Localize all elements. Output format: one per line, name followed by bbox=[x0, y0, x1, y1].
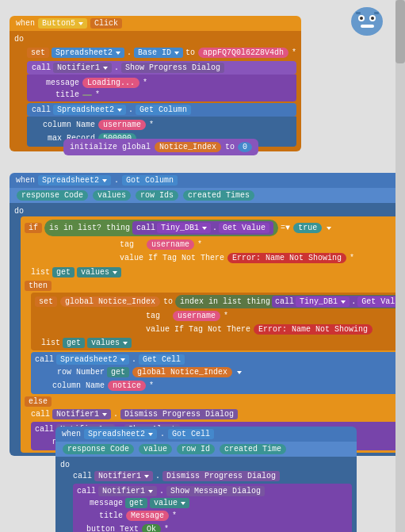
tiny-db1-ref1[interactable]: Tiny_DB1 bbox=[157, 223, 211, 233]
star-kw: * bbox=[292, 48, 296, 57]
spreadsheet2-ref2[interactable]: Spreadsheet2 bbox=[53, 105, 126, 115]
global-notice-ref: global Notice_Index bbox=[60, 297, 160, 307]
col-name-label: column Name bbox=[32, 121, 95, 129]
username-tag2: username bbox=[173, 311, 220, 321]
got-cell-event[interactable]: Got Cell bbox=[168, 429, 214, 439]
when-g3: when bbox=[16, 176, 35, 185]
val-if-tag-label1: value If Tag Not There bbox=[120, 254, 224, 262]
group-got-cell: when Spreadsheet2 . Got Cell response Co… bbox=[55, 427, 357, 532]
is-in-list-expr: is in list? thing call Tiny_DB1 . Get Va… bbox=[44, 220, 278, 236]
if-block: if is in list? thing call Tiny_DB1 . bbox=[21, 216, 405, 453]
star4: * bbox=[149, 121, 154, 129]
notifier2-g4[interactable]: Notifier1 bbox=[98, 486, 157, 496]
base-id-prop[interactable]: Base ID bbox=[134, 48, 183, 58]
values-ref1[interactable]: values bbox=[77, 267, 121, 277]
tag2-label: tag bbox=[146, 312, 170, 320]
init-label: initialize global bbox=[70, 143, 151, 151]
btn-text-label: button Text bbox=[83, 525, 139, 532]
zero-value: 0 bbox=[238, 142, 252, 152]
notifier1-ref1[interactable]: Notifier1 bbox=[53, 63, 112, 73]
set-kw: set bbox=[27, 48, 49, 58]
notifier1-dismiss[interactable]: Notifier1 bbox=[52, 409, 111, 419]
group-init-global: initialize global Notice_Index to 0 bbox=[63, 139, 258, 155]
show-message-params: message get value title Message * bbox=[83, 497, 348, 532]
spreadsheet2-ref1[interactable]: Spreadsheet2 bbox=[52, 48, 124, 58]
title-label1: title bbox=[32, 90, 79, 99]
msg-val-ref[interactable]: value bbox=[150, 498, 189, 508]
values2-ref[interactable]: values bbox=[87, 338, 132, 348]
created-time-g4: created Time bbox=[220, 444, 286, 454]
tag-label1: tag bbox=[120, 240, 143, 249]
dismiss-method1[interactable]: Dismiss Progress Dialog bbox=[120, 409, 238, 419]
loading-value: Loading... bbox=[82, 78, 139, 88]
call-tiny-db-val1: call Tiny_DB1 . Get Value bbox=[132, 221, 273, 235]
got-column-event[interactable]: Got Column bbox=[122, 175, 178, 186]
notifier1-g4-1[interactable]: Notifier1 bbox=[94, 471, 153, 481]
set-kw2: set bbox=[35, 297, 57, 307]
eq-kw: =▼ bbox=[281, 224, 290, 232]
do-g3: do bbox=[14, 207, 24, 216]
scrollbar-thumb[interactable] bbox=[395, 0, 405, 63]
hat-got-column: when Spreadsheet2 . Got Column bbox=[10, 173, 405, 188]
spreadsheet2-g4[interactable]: Spreadsheet2 bbox=[84, 429, 157, 439]
scrollbar[interactable] bbox=[395, 0, 405, 532]
call-kw2: call bbox=[32, 105, 51, 114]
dismiss-method-g4[interactable]: Dismiss Progress Dialog bbox=[162, 471, 280, 481]
get-cell-params: row Number get global Notice_Index colum… bbox=[41, 366, 405, 392]
resp-code-g4: response Code bbox=[63, 444, 134, 454]
row-number-label: row Number bbox=[41, 368, 105, 377]
dot-g3: . bbox=[114, 176, 119, 185]
got-column-params: response Code values row Ids created Tim… bbox=[10, 188, 405, 203]
username-value1: username bbox=[98, 120, 146, 130]
true-arrow[interactable] bbox=[327, 227, 331, 230]
set-spreadsheet-baseid: set Spreadsheet2 . Base ID to appFQ7Q0l6… bbox=[27, 46, 296, 59]
get-value-method1[interactable]: Get Value bbox=[219, 223, 269, 233]
get-column-method[interactable]: Get Column bbox=[136, 105, 191, 115]
star2: * bbox=[143, 78, 147, 87]
resp-code-param: response Code bbox=[17, 190, 88, 201]
do-label-g1: do bbox=[14, 35, 24, 44]
to-kw1: to bbox=[185, 48, 195, 57]
tiny-db2-ref[interactable]: Tiny_DB1 bbox=[296, 297, 350, 307]
true-val: true bbox=[293, 223, 322, 233]
group-button5-click: when Button5 Click do set Spreadsheet2 . bbox=[10, 16, 301, 151]
init-to: to bbox=[225, 143, 235, 151]
got-cell-params: response Code value row Id created Time bbox=[55, 442, 357, 457]
call-kw-g4-1: call bbox=[73, 472, 92, 480]
when-label: when bbox=[16, 19, 35, 28]
show-progress-method[interactable]: Show Progress Dialog bbox=[121, 63, 224, 73]
call-kw4: call bbox=[275, 297, 294, 306]
username-tag1: username bbox=[147, 239, 194, 250]
get2-kw: get bbox=[63, 338, 85, 348]
title-val-g4: Message bbox=[126, 511, 169, 521]
group-got-column: when Spreadsheet2 . Got Column response … bbox=[10, 173, 405, 456]
got-cell-body: do call Notifier1 . Dismiss Progress Dia… bbox=[55, 457, 357, 532]
dot-label: . bbox=[127, 48, 132, 57]
list-get-values2: list get values bbox=[41, 337, 405, 349]
global-notice-get[interactable]: get bbox=[107, 367, 129, 377]
show-message-block: call Notifier1 . Show Message Dialog mes… bbox=[73, 484, 352, 532]
do-g4: do bbox=[60, 461, 70, 469]
get-cell-method[interactable]: Get Cell bbox=[139, 354, 185, 365]
robot-avatar bbox=[350, 4, 389, 44]
notice-index-var: Notice_Index bbox=[155, 142, 221, 152]
is-in-list-label: is in list? thing bbox=[49, 224, 130, 232]
call-tiny-db2: call Tiny_DB1 . Get Value bbox=[272, 296, 405, 308]
set-global-index: set global Notice_Index to index in list… bbox=[31, 293, 405, 350]
show-message-method[interactable]: Show Message Dialog bbox=[166, 486, 265, 496]
tiny-db-params2: tag username * value If Tag Not There Er… bbox=[146, 309, 405, 336]
spreadsheet2-g3[interactable]: Spreadsheet2 bbox=[38, 175, 111, 186]
tiny-db-params1: tag username * value If Tag Not There Er… bbox=[120, 238, 405, 265]
msg-get[interactable]: get bbox=[125, 498, 147, 508]
spreadsheet2-g3-2[interactable]: Spreadsheet2 bbox=[56, 354, 129, 365]
row-id-g4: row Id bbox=[177, 444, 215, 454]
button5-arrow[interactable] bbox=[78, 22, 83, 25]
dot3: . bbox=[128, 105, 133, 114]
then-kw: then bbox=[25, 281, 52, 291]
title-label-g4: title bbox=[83, 511, 123, 520]
button5-component[interactable]: Button5 bbox=[38, 18, 87, 29]
index-label: index in list thing bbox=[180, 297, 270, 306]
hat-block-button5: when Button5 Click bbox=[10, 16, 301, 31]
values-param: values bbox=[93, 190, 131, 201]
click-event[interactable]: Click bbox=[90, 18, 122, 29]
